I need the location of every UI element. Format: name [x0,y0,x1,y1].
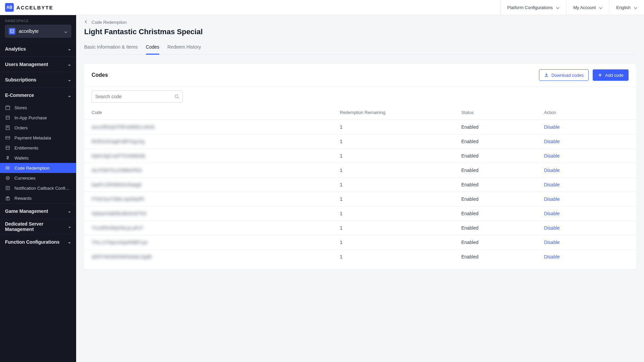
code-value: TnLbEf4JRpDNLpLaPoT [92,225,144,231]
th-status: Status [454,105,537,120]
sidebar-section-subscriptions[interactable]: Subscriptions [0,72,76,87]
tab-codes[interactable]: Codes [146,41,159,54]
platform-configurations-label: Platform Configurations [507,5,553,10]
redemption-remaining: 1 [332,250,454,264]
sidebar-item-label: Notification Callback Configu... [14,186,71,191]
sidebar-item-label: Wallets [14,156,29,161]
search-box[interactable] [92,90,183,103]
sidebar-item-label: Code Redemption [14,166,50,171]
download-codes-label: Download codes [551,73,584,78]
disable-link[interactable]: Disable [544,211,560,216]
svg-rect-4 [6,116,9,119]
sidebar-section-server[interactable]: Dedicated Server Management [0,219,76,234]
redemption-remaining: 1 [332,149,454,163]
dollar-icon [5,155,10,161]
code-value: PToKSonTdMLoqchbaPfi [92,196,144,202]
namespace-selector[interactable]: accelbyte [5,25,71,38]
code-value: aERTHkSMONRGkdaLDgdb [92,254,152,259]
my-account-menu[interactable]: My Account [566,0,609,15]
caret-down-icon [68,240,71,244]
sidebar-item-in-app-purchase[interactable]: In-App Purchase [0,113,76,123]
sidebar-item-wallets[interactable]: Wallets [0,153,76,163]
redemption-remaining: 1 [332,178,454,192]
platform-configurations-menu[interactable]: Platform Configurations [500,0,566,15]
sidebar-item-label: Orders [14,125,28,130]
table-row: aERTHkSMONRGkdaLDgdb1EnabledDisable [84,250,636,264]
svg-rect-3 [6,107,10,110]
sidebar-section-label: Game Management [5,208,48,214]
receipt-icon [5,125,10,130]
disable-link[interactable]: Disable [544,182,560,187]
svg-rect-19 [6,186,9,190]
sidebar-item-orders[interactable]: Orders [0,123,76,133]
code-value: baePLDR50kbScRaagd [92,182,142,187]
th-redemption: Redemption Remaining [332,105,454,120]
caret-up-icon [68,94,71,97]
redemption-remaining: 1 [332,192,454,206]
svg-point-18 [7,177,8,179]
table-row: BXEhchGagFuBPXqyJcg1EnabledDisable [84,134,636,149]
code-value: BXEhchGagFuBPXqyJcg [92,139,145,144]
sidebar-item-stores[interactable]: Stores [0,103,76,113]
svg-rect-0 [10,29,14,33]
disable-link[interactable]: Disable [544,153,560,159]
disable-link[interactable]: Disable [544,124,560,130]
caret-down-icon [68,47,71,51]
caret-down-icon [68,63,71,66]
logo[interactable]: AB ACCELBYTE [0,0,76,15]
th-code: Code [84,105,332,120]
sidebar-item-currencies[interactable]: Currencies [0,173,76,183]
sidebar-section-ecommerce[interactable]: E-Commerce [0,87,76,103]
main-content: Code Redemption Light Fantastic Christma… [76,15,644,362]
sidebar-item-code-redemption[interactable]: Code Redemption [0,163,76,173]
sidebar-section-function[interactable]: Function Configurations [0,234,76,249]
disable-link[interactable]: Disable [544,168,560,173]
sidebar-item-entitlements[interactable]: Entitlements [0,143,76,153]
tab-redeem-history[interactable]: Redeem History [167,41,201,54]
sidebar-item-notification-callback-configu[interactable]: Notification Callback Configu... [0,183,76,193]
disable-link[interactable]: Disable [544,240,560,245]
add-code-button[interactable]: Add code [593,69,629,81]
status-value: Enabled [454,235,537,250]
code-value: SqNarHobEBcdknbnEThd [92,211,146,216]
status-value: Enabled [454,206,537,221]
bell-icon [5,185,10,191]
download-icon [544,73,549,77]
sidebar-item-label: Rewards [14,196,32,201]
status-value: Enabled [454,134,537,149]
tab-basic-information[interactable]: Basic Information & Items [84,41,138,54]
add-code-label: Add code [605,73,624,78]
sidebar-section-game[interactable]: Game Management [0,203,76,219]
disable-link[interactable]: Disable [544,225,560,231]
language-menu[interactable]: English [609,0,644,15]
breadcrumb[interactable]: Code Redemption [84,20,636,25]
status-value: Enabled [454,221,537,235]
status-value: Enabled [454,120,537,134]
svg-point-17 [6,176,9,180]
caret-down-icon [68,78,71,81]
sidebar-section-label: Dedicated Server Management [5,221,68,232]
sidebar-section-analytics[interactable]: Analytics [0,41,76,56]
sidebar-item-payment-metadata[interactable]: Payment Metadata [0,133,76,143]
page-title: Light Fantastic Christmas Special [84,27,636,36]
status-value: Enabled [454,163,537,178]
redemption-remaining: 1 [332,235,454,250]
disable-link[interactable]: Disable [544,196,560,202]
download-codes-button[interactable]: Download codes [539,69,589,81]
sidebar-item-label: In-App Purchase [14,115,47,120]
namespace-label: NAMESPACE [0,15,76,25]
sidebar-section-label: Users Management [5,62,48,67]
topbar: AB ACCELBYTE Platform Configurations My … [0,0,644,15]
search-input[interactable] [95,94,172,99]
arrow-left-icon [84,20,88,25]
disable-link[interactable]: Disable [544,254,560,259]
status-value: Enabled [454,250,537,264]
sidebar-item-rewards[interactable]: Rewards [0,193,76,203]
chevron-down-icon [599,6,602,9]
table-row: TnLbEf4JRpDNLpLaPoT1EnabledDisable [84,221,636,235]
disable-link[interactable]: Disable [544,139,560,144]
sidebar-item-label: Currencies [14,176,36,181]
chevron-down-icon [64,29,67,33]
sidebar-section-users[interactable]: Users Management [0,56,76,72]
status-value: Enabled [454,178,537,192]
